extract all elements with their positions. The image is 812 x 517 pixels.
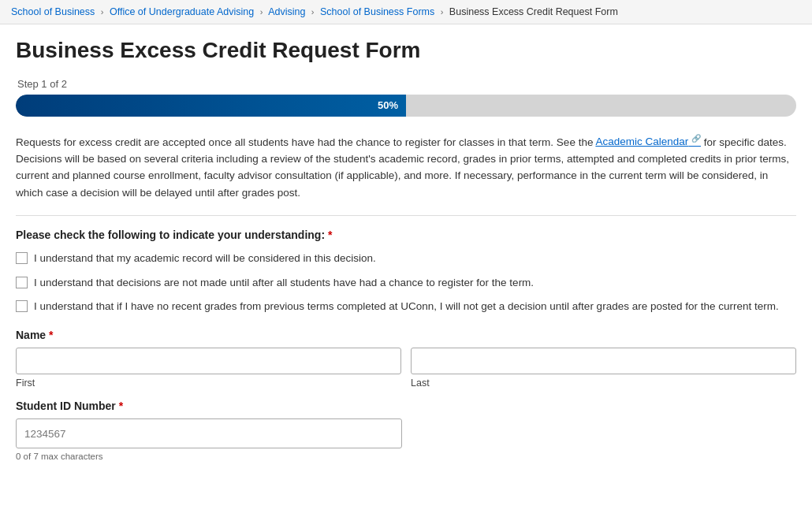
progress-bar-fill: 50% xyxy=(16,95,406,117)
breadcrumb-undergrad-advising[interactable]: Office of Undergraduate Advising xyxy=(110,6,254,17)
breadcrumb-sep-1: › xyxy=(101,7,104,17)
last-name-label: Last xyxy=(411,378,796,389)
student-id-section: Student ID Number * 0 of 7 max character… xyxy=(16,400,796,461)
checkbox-item-3: I understand that if I have no recent gr… xyxy=(16,299,796,314)
checkbox-item-2: I understand that decisions are not made… xyxy=(16,275,796,291)
checkbox-2-label: I understand that decisions are not made… xyxy=(34,275,534,291)
breadcrumb-school-of-business[interactable]: School of Business xyxy=(11,6,95,17)
description-paragraph: Requests for excess credit are accepted … xyxy=(16,132,796,202)
checkbox-3-label: I understand that if I have no recent gr… xyxy=(34,299,779,314)
breadcrumb-sep-4: › xyxy=(441,7,444,17)
name-required-marker: * xyxy=(46,329,53,341)
checkbox-3[interactable] xyxy=(16,300,28,312)
name-section: Name * First Last xyxy=(16,329,796,389)
last-name-input[interactable] xyxy=(411,348,796,374)
last-name-group: Last xyxy=(411,348,796,389)
checkbox-2[interactable] xyxy=(16,277,28,288)
divider-1 xyxy=(16,215,796,216)
first-name-group: First xyxy=(16,348,401,389)
academic-calendar-link[interactable]: Academic Calendar 🔗 xyxy=(595,136,701,147)
student-id-char-count: 0 of 7 max characters xyxy=(16,452,796,461)
breadcrumb-school-business-forms[interactable]: School of Business Forms xyxy=(320,6,434,17)
main-content: Business Excess Credit Request Form Step… xyxy=(0,24,812,485)
checkboxes-section-label: Please check the following to indicate y… xyxy=(16,229,796,241)
student-id-input[interactable] xyxy=(16,418,402,448)
progress-bar-container: 50% xyxy=(16,95,796,117)
name-field-label: Name * xyxy=(16,329,796,341)
progress-bar-label: 50% xyxy=(378,99,398,111)
checkboxes-required-marker: * xyxy=(325,229,332,241)
breadcrumb-current: Business Excess Credit Request Form xyxy=(449,6,618,17)
breadcrumb-sep-2: › xyxy=(260,7,263,17)
academic-calendar-link-text: Academic Calendar xyxy=(595,136,688,147)
checkbox-1-label: I understand that my academic record wil… xyxy=(34,251,376,266)
checkbox-item-1: I understand that my academic record wil… xyxy=(16,251,796,266)
student-id-required-marker: * xyxy=(116,400,123,412)
description-text-before-link: Requests for excess credit are accepted … xyxy=(16,136,595,147)
checkbox-1[interactable] xyxy=(16,252,28,264)
step-indicator: Step 1 of 2 xyxy=(16,78,796,90)
first-name-label: First xyxy=(16,378,401,389)
name-fields-row: First Last xyxy=(16,348,796,389)
breadcrumb: School of Business › Office of Undergrad… xyxy=(0,0,812,24)
student-id-label: Student ID Number * xyxy=(16,400,796,412)
first-name-input[interactable] xyxy=(16,348,401,374)
breadcrumb-sep-3: › xyxy=(311,7,315,17)
breadcrumb-advising[interactable]: Advising xyxy=(268,6,305,17)
page-title: Business Excess Credit Request Form xyxy=(16,37,796,64)
